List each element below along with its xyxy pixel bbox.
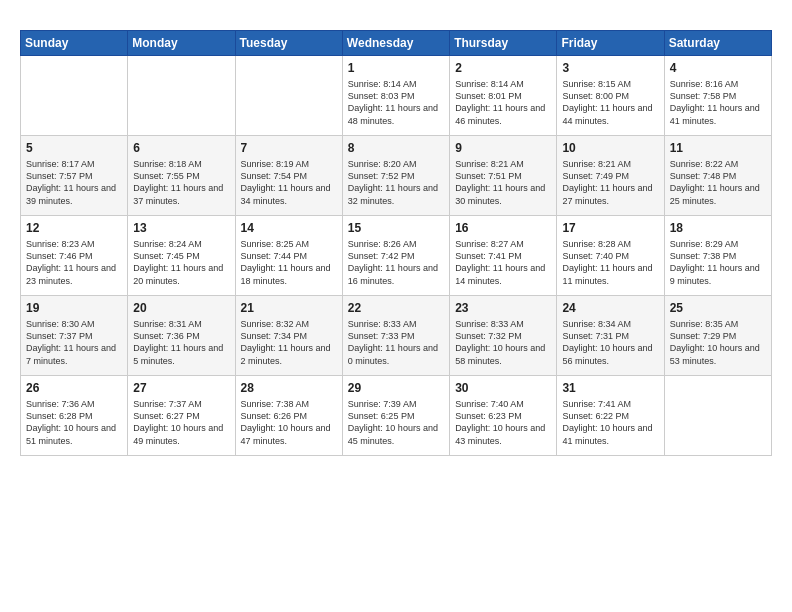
calendar-cell: 16Sunrise: 8:27 AM Sunset: 7:41 PM Dayli… (450, 216, 557, 296)
calendar-week-row: 5Sunrise: 8:17 AM Sunset: 7:57 PM Daylig… (21, 136, 772, 216)
day-info: Sunrise: 7:38 AM Sunset: 6:26 PM Dayligh… (241, 398, 337, 447)
calendar-header-thursday: Thursday (450, 31, 557, 56)
calendar-cell: 27Sunrise: 7:37 AM Sunset: 6:27 PM Dayli… (128, 376, 235, 456)
calendar-cell: 25Sunrise: 8:35 AM Sunset: 7:29 PM Dayli… (664, 296, 771, 376)
day-number: 9 (455, 140, 551, 156)
day-info: Sunrise: 8:30 AM Sunset: 7:37 PM Dayligh… (26, 318, 122, 367)
day-number: 26 (26, 380, 122, 396)
day-info: Sunrise: 7:37 AM Sunset: 6:27 PM Dayligh… (133, 398, 229, 447)
day-number: 10 (562, 140, 658, 156)
day-info: Sunrise: 8:31 AM Sunset: 7:36 PM Dayligh… (133, 318, 229, 367)
day-info: Sunrise: 8:24 AM Sunset: 7:45 PM Dayligh… (133, 238, 229, 287)
calendar-cell (235, 56, 342, 136)
day-number: 3 (562, 60, 658, 76)
day-number: 8 (348, 140, 444, 156)
day-info: Sunrise: 8:33 AM Sunset: 7:32 PM Dayligh… (455, 318, 551, 367)
calendar-cell: 21Sunrise: 8:32 AM Sunset: 7:34 PM Dayli… (235, 296, 342, 376)
calendar-cell (21, 56, 128, 136)
calendar-cell: 24Sunrise: 8:34 AM Sunset: 7:31 PM Dayli… (557, 296, 664, 376)
day-info: Sunrise: 8:17 AM Sunset: 7:57 PM Dayligh… (26, 158, 122, 207)
day-info: Sunrise: 8:33 AM Sunset: 7:33 PM Dayligh… (348, 318, 444, 367)
day-info: Sunrise: 7:40 AM Sunset: 6:23 PM Dayligh… (455, 398, 551, 447)
day-info: Sunrise: 8:23 AM Sunset: 7:46 PM Dayligh… (26, 238, 122, 287)
day-info: Sunrise: 8:34 AM Sunset: 7:31 PM Dayligh… (562, 318, 658, 367)
calendar-cell: 1Sunrise: 8:14 AM Sunset: 8:03 PM Daylig… (342, 56, 449, 136)
page: SundayMondayTuesdayWednesdayThursdayFrid… (0, 0, 792, 466)
day-number: 29 (348, 380, 444, 396)
day-number: 6 (133, 140, 229, 156)
day-number: 15 (348, 220, 444, 236)
calendar-cell (664, 376, 771, 456)
day-number: 31 (562, 380, 658, 396)
day-info: Sunrise: 8:32 AM Sunset: 7:34 PM Dayligh… (241, 318, 337, 367)
calendar-cell: 15Sunrise: 8:26 AM Sunset: 7:42 PM Dayli… (342, 216, 449, 296)
calendar-header-monday: Monday (128, 31, 235, 56)
calendar-cell: 9Sunrise: 8:21 AM Sunset: 7:51 PM Daylig… (450, 136, 557, 216)
calendar-cell: 4Sunrise: 8:16 AM Sunset: 7:58 PM Daylig… (664, 56, 771, 136)
day-info: Sunrise: 7:36 AM Sunset: 6:28 PM Dayligh… (26, 398, 122, 447)
calendar-header-row: SundayMondayTuesdayWednesdayThursdayFrid… (21, 31, 772, 56)
day-number: 17 (562, 220, 658, 236)
calendar-week-row: 1Sunrise: 8:14 AM Sunset: 8:03 PM Daylig… (21, 56, 772, 136)
day-number: 4 (670, 60, 766, 76)
calendar-cell: 14Sunrise: 8:25 AM Sunset: 7:44 PM Dayli… (235, 216, 342, 296)
day-info: Sunrise: 8:26 AM Sunset: 7:42 PM Dayligh… (348, 238, 444, 287)
calendar-cell: 5Sunrise: 8:17 AM Sunset: 7:57 PM Daylig… (21, 136, 128, 216)
day-number: 27 (133, 380, 229, 396)
day-info: Sunrise: 8:14 AM Sunset: 8:03 PM Dayligh… (348, 78, 444, 127)
day-number: 21 (241, 300, 337, 316)
day-info: Sunrise: 8:21 AM Sunset: 7:51 PM Dayligh… (455, 158, 551, 207)
day-info: Sunrise: 7:41 AM Sunset: 6:22 PM Dayligh… (562, 398, 658, 447)
day-number: 7 (241, 140, 337, 156)
day-number: 16 (455, 220, 551, 236)
calendar-cell: 30Sunrise: 7:40 AM Sunset: 6:23 PM Dayli… (450, 376, 557, 456)
day-number: 19 (26, 300, 122, 316)
calendar-header-saturday: Saturday (664, 31, 771, 56)
calendar-cell: 28Sunrise: 7:38 AM Sunset: 6:26 PM Dayli… (235, 376, 342, 456)
calendar-cell: 3Sunrise: 8:15 AM Sunset: 8:00 PM Daylig… (557, 56, 664, 136)
calendar-cell: 12Sunrise: 8:23 AM Sunset: 7:46 PM Dayli… (21, 216, 128, 296)
day-number: 11 (670, 140, 766, 156)
day-number: 20 (133, 300, 229, 316)
day-number: 2 (455, 60, 551, 76)
calendar-header-wednesday: Wednesday (342, 31, 449, 56)
calendar-cell: 10Sunrise: 8:21 AM Sunset: 7:49 PM Dayli… (557, 136, 664, 216)
calendar-cell (128, 56, 235, 136)
calendar-cell: 19Sunrise: 8:30 AM Sunset: 7:37 PM Dayli… (21, 296, 128, 376)
calendar-cell: 11Sunrise: 8:22 AM Sunset: 7:48 PM Dayli… (664, 136, 771, 216)
day-info: Sunrise: 8:20 AM Sunset: 7:52 PM Dayligh… (348, 158, 444, 207)
calendar-week-row: 26Sunrise: 7:36 AM Sunset: 6:28 PM Dayli… (21, 376, 772, 456)
calendar-table: SundayMondayTuesdayWednesdayThursdayFrid… (20, 30, 772, 456)
calendar-header-tuesday: Tuesday (235, 31, 342, 56)
calendar-cell: 8Sunrise: 8:20 AM Sunset: 7:52 PM Daylig… (342, 136, 449, 216)
calendar-cell: 31Sunrise: 7:41 AM Sunset: 6:22 PM Dayli… (557, 376, 664, 456)
day-number: 23 (455, 300, 551, 316)
calendar-cell: 18Sunrise: 8:29 AM Sunset: 7:38 PM Dayli… (664, 216, 771, 296)
calendar-cell: 29Sunrise: 7:39 AM Sunset: 6:25 PM Dayli… (342, 376, 449, 456)
day-number: 1 (348, 60, 444, 76)
day-number: 24 (562, 300, 658, 316)
day-info: Sunrise: 8:35 AM Sunset: 7:29 PM Dayligh… (670, 318, 766, 367)
calendar-cell: 7Sunrise: 8:19 AM Sunset: 7:54 PM Daylig… (235, 136, 342, 216)
day-info: Sunrise: 8:18 AM Sunset: 7:55 PM Dayligh… (133, 158, 229, 207)
day-number: 13 (133, 220, 229, 236)
day-number: 5 (26, 140, 122, 156)
day-number: 25 (670, 300, 766, 316)
calendar-cell: 20Sunrise: 8:31 AM Sunset: 7:36 PM Dayli… (128, 296, 235, 376)
day-info: Sunrise: 8:29 AM Sunset: 7:38 PM Dayligh… (670, 238, 766, 287)
calendar-cell: 17Sunrise: 8:28 AM Sunset: 7:40 PM Dayli… (557, 216, 664, 296)
day-number: 14 (241, 220, 337, 236)
day-info: Sunrise: 8:19 AM Sunset: 7:54 PM Dayligh… (241, 158, 337, 207)
day-info: Sunrise: 8:28 AM Sunset: 7:40 PM Dayligh… (562, 238, 658, 287)
calendar-week-row: 19Sunrise: 8:30 AM Sunset: 7:37 PM Dayli… (21, 296, 772, 376)
calendar-week-row: 12Sunrise: 8:23 AM Sunset: 7:46 PM Dayli… (21, 216, 772, 296)
day-number: 12 (26, 220, 122, 236)
calendar-header-sunday: Sunday (21, 31, 128, 56)
calendar-cell: 23Sunrise: 8:33 AM Sunset: 7:32 PM Dayli… (450, 296, 557, 376)
day-info: Sunrise: 8:15 AM Sunset: 8:00 PM Dayligh… (562, 78, 658, 127)
calendar-cell: 22Sunrise: 8:33 AM Sunset: 7:33 PM Dayli… (342, 296, 449, 376)
calendar-cell: 26Sunrise: 7:36 AM Sunset: 6:28 PM Dayli… (21, 376, 128, 456)
calendar-cell: 6Sunrise: 8:18 AM Sunset: 7:55 PM Daylig… (128, 136, 235, 216)
day-number: 18 (670, 220, 766, 236)
day-number: 30 (455, 380, 551, 396)
